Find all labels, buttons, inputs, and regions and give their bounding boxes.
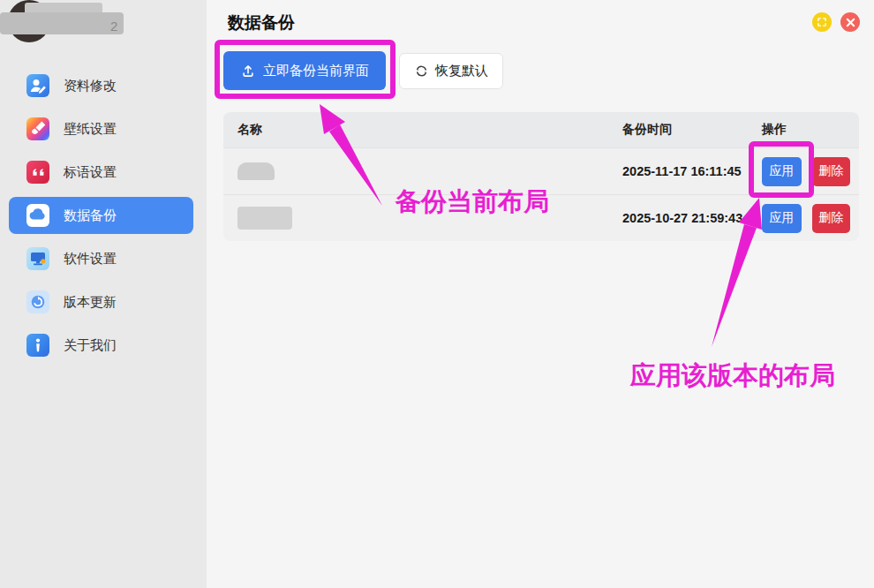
backup-now-label: 立即备份当前界面 — [263, 63, 369, 79]
backup-now-button[interactable]: 立即备份当前界面 — [223, 51, 386, 90]
column-header-time: 备份时间 — [622, 122, 762, 138]
sidebar-item-software-settings[interactable]: 软件设置 — [9, 240, 193, 277]
apply-button[interactable]: 应用 — [762, 157, 802, 186]
main-content: 数据备份 立即备份当前界面 恢复默认 名称 备份时间 操作 2025-11-17… — [207, 0, 874, 588]
blurred-user-info — [0, 12, 124, 34]
backup-name-cell — [237, 162, 622, 180]
sidebar-item-label: 资料修改 — [64, 78, 117, 94]
backup-time: 2025-10-27 21:59:43 — [622, 211, 762, 225]
page-title: 数据备份 — [228, 11, 295, 34]
backup-table: 名称 备份时间 操作 2025-11-17 16:11:45 应用 删除 202… — [223, 112, 859, 241]
sidebar-item-label: 关于我们 — [64, 337, 117, 354]
column-header-ops: 操作 — [762, 122, 850, 138]
apply-button[interactable]: 应用 — [762, 204, 802, 233]
maximize-button[interactable] — [812, 12, 832, 32]
table-row: 2025-10-27 21:59:43 应用 删除 — [223, 194, 859, 241]
sidebar-item-data-backup[interactable]: 数据备份 — [9, 197, 193, 234]
table-header: 名称 备份时间 操作 — [223, 112, 859, 147]
slogan-icon — [26, 161, 49, 184]
sidebar-menu: 资料修改 壁纸设置 标语设置 数据备份 软件设置 — [0, 67, 207, 370]
profile-edit-icon — [26, 74, 49, 97]
sidebar-item-label: 标语设置 — [64, 164, 117, 181]
sidebar-item-profile[interactable]: 资料修改 — [9, 67, 193, 104]
blurred-backup-name — [237, 207, 292, 230]
window-controls — [812, 12, 860, 32]
version-update-icon — [26, 290, 49, 313]
sidebar-item-slogan[interactable]: 标语设置 — [9, 154, 193, 191]
sidebar-item-wallpaper[interactable]: 壁纸设置 — [9, 110, 193, 147]
close-icon — [846, 18, 855, 27]
user-badge-count: 2 — [110, 19, 117, 34]
close-button[interactable] — [840, 12, 860, 32]
backup-name-cell — [237, 207, 622, 230]
upload-icon — [240, 63, 256, 79]
maximize-icon — [816, 16, 828, 28]
user-profile-area: 2 — [0, 0, 207, 51]
sidebar-item-label: 壁纸设置 — [64, 121, 117, 138]
delete-button[interactable]: 删除 — [812, 204, 851, 233]
sidebar-item-label: 版本更新 — [64, 294, 117, 311]
sidebar-item-about-us[interactable]: 关于我们 — [9, 327, 193, 364]
restore-default-button[interactable]: 恢复默认 — [399, 53, 503, 89]
delete-button[interactable]: 删除 — [812, 157, 851, 186]
refresh-icon — [414, 64, 429, 79]
restore-default-label: 恢复默认 — [435, 63, 488, 79]
software-settings-icon — [26, 247, 49, 270]
sidebar: 2 资料修改 壁纸设置 标语设置 数据备份 — [0, 0, 207, 588]
column-header-name: 名称 — [237, 122, 622, 138]
table-row: 2025-11-17 16:11:45 应用 删除 — [223, 147, 859, 194]
data-backup-icon — [26, 204, 49, 227]
wallpaper-icon — [26, 117, 49, 140]
backup-time: 2025-11-17 16:11:45 — [622, 164, 762, 178]
about-us-icon — [26, 334, 49, 357]
sidebar-item-label: 软件设置 — [64, 251, 117, 268]
sidebar-item-version-update[interactable]: 版本更新 — [9, 283, 193, 320]
sidebar-item-label: 数据备份 — [64, 207, 117, 224]
blurred-backup-name — [237, 162, 275, 180]
